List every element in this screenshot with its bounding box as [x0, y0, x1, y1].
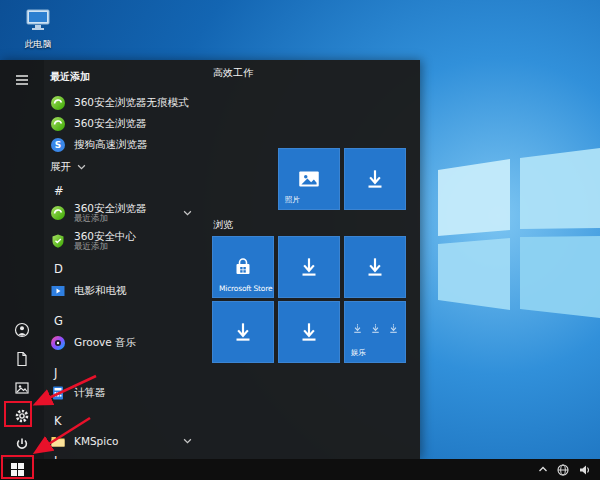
download-icon: [230, 319, 256, 345]
desktop-icon-label: 此电脑: [12, 38, 64, 51]
svg-text:S: S: [55, 140, 61, 150]
tile-pending-download[interactable]: [344, 236, 406, 298]
download-icon: [362, 166, 388, 192]
tile-label: Microsoft Store: [219, 284, 272, 293]
tile-pending-download[interactable]: [212, 301, 274, 363]
tray-expand-icon[interactable]: [538, 466, 548, 473]
movies-tv-icon: [50, 283, 66, 299]
calculator-icon: [50, 385, 66, 401]
section-letter[interactable]: #: [54, 184, 64, 198]
app-item-label: 搜狗高速浏览器: [74, 138, 148, 152]
section-letter[interactable]: G: [54, 314, 63, 328]
download-icon: [362, 254, 388, 280]
taskbar: [0, 459, 600, 480]
app-item-movies-tv[interactable]: 电影和电视: [44, 282, 202, 300]
app-item-sublabel: 最近添加: [74, 242, 136, 252]
wallpaper-windows-logo: [438, 148, 600, 324]
app-item-label: 计算器: [74, 386, 106, 400]
start-tiles: 高效工作 照片 浏览 Microsoft Store: [205, 60, 420, 459]
app-item-label: Groove 音乐: [74, 336, 136, 350]
app-item-label: 360安全浏览器无痕模式: [74, 96, 189, 110]
user-account-icon[interactable]: [14, 322, 30, 338]
360-browser-icon: [50, 95, 66, 111]
start-menu-rail: [0, 60, 44, 459]
app-item-kmspico[interactable]: KMSpico: [44, 432, 202, 450]
download-icon: [296, 319, 322, 345]
store-bag-icon: [231, 255, 255, 279]
pictures-icon[interactable]: [14, 380, 30, 396]
tile-group-title: 高效工作: [213, 66, 253, 80]
app-item-sogou-browser[interactable]: S 搜狗高速浏览器: [44, 136, 202, 154]
tile-label: 娱乐: [351, 348, 366, 358]
expand-label: 展开: [50, 160, 71, 174]
sogou-browser-icon: S: [50, 137, 66, 153]
section-letter[interactable]: D: [54, 262, 63, 276]
app-item-calculator[interactable]: 计算器: [44, 384, 202, 402]
computer-icon: [25, 8, 51, 32]
hamburger-menu-icon[interactable]: [14, 72, 30, 88]
desktop-icon-this-pc[interactable]: 此电脑: [12, 8, 64, 51]
start-menu-panel: 最近添加 360安全浏览器无痕模式 360安全浏览器 S 搜狗高速浏览器: [0, 60, 420, 459]
chevron-down-icon: [77, 164, 86, 170]
tile-label: 照片: [285, 195, 300, 205]
download-group-icon: [351, 322, 400, 335]
360-browser-icon: [50, 205, 66, 221]
network-icon[interactable]: [557, 464, 569, 476]
documents-icon[interactable]: [14, 351, 30, 367]
volume-icon[interactable]: [578, 464, 592, 476]
tile-pending-download[interactable]: [344, 148, 406, 210]
section-letter[interactable]: J: [54, 366, 57, 380]
start-app-list: 最近添加 360安全浏览器无痕模式 360安全浏览器 S 搜狗高速浏览器: [44, 60, 205, 459]
app-item-sublabel: 最近添加: [74, 214, 147, 224]
desktop: 此电脑 最近添加: [0, 0, 600, 480]
recent-added-header: 最近添加: [50, 70, 90, 84]
tile-microsoft-store[interactable]: Microsoft Store: [212, 236, 274, 298]
chevron-down-icon: [183, 438, 192, 444]
download-icon: [296, 254, 322, 280]
app-item-label: 360安全浏览器: [74, 117, 147, 131]
app-item-360-security-center[interactable]: 360安全中心 最近添加: [44, 228, 202, 254]
folder-icon: [50, 433, 66, 449]
app-item-360-browser[interactable]: 360安全浏览器: [44, 115, 202, 133]
settings-gear-icon[interactable]: [14, 408, 30, 424]
app-item-label: KMSpico: [74, 435, 118, 447]
app-item-360-browser-incognito[interactable]: 360安全浏览器无痕模式: [44, 94, 202, 112]
tile-pending-download[interactable]: [278, 301, 340, 363]
tile-photos[interactable]: 照片: [278, 148, 340, 210]
tile-pending-download[interactable]: [278, 236, 340, 298]
photos-icon: [296, 166, 322, 192]
app-item-label: 电影和电视: [74, 284, 127, 298]
section-letter[interactable]: K: [54, 414, 62, 428]
app-item-groove-music[interactable]: Groove 音乐: [44, 334, 202, 352]
system-tray: [538, 464, 600, 476]
power-icon[interactable]: [14, 437, 30, 453]
windows-logo-icon: [11, 463, 24, 476]
tile-group-title: 浏览: [213, 218, 233, 232]
start-button[interactable]: [0, 459, 34, 480]
tile-entertainment-group[interactable]: 娱乐: [344, 301, 406, 363]
groove-music-icon: [50, 335, 66, 351]
360-browser-icon: [50, 116, 66, 132]
360-security-shield-icon: [50, 233, 66, 249]
chevron-down-icon: [183, 210, 192, 216]
app-item-360-browser-group[interactable]: 360安全浏览器 最近添加: [44, 200, 202, 226]
expand-recent-toggle[interactable]: 展开: [44, 158, 202, 176]
